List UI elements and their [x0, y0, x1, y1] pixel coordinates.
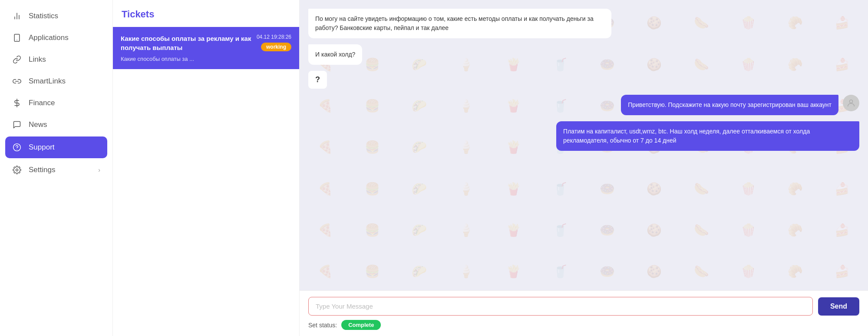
bar-chart-icon [12, 11, 22, 21]
chevron-right-icon: › [98, 166, 100, 173]
sidebar-item-support[interactable]: Support [5, 136, 107, 158]
dollar-icon [12, 98, 22, 108]
chat-input-row: Send [308, 297, 859, 316]
message-5: Платим на капиталист, usdt,wmz, btc. Наш… [308, 121, 859, 151]
sidebar-item-settings[interactable]: Settings › [0, 159, 112, 181]
ticket-title: Какие способы оплаты за рекламу и как по… [121, 34, 251, 52]
sidebar-item-news-label: News [29, 120, 47, 129]
message-4: Приветствую. Подскажите на какую почту з… [308, 95, 859, 115]
sidebar-item-finance-label: Finance [29, 99, 55, 107]
svg-point-10 [849, 100, 852, 103]
link-icon [12, 55, 22, 64]
chat-footer: Send Set status: Complete [300, 290, 868, 336]
sidebar-item-support-label: Support [29, 143, 55, 152]
help-circle-icon [12, 143, 22, 152]
sidebar-item-links[interactable]: Links [0, 49, 112, 70]
avatar [843, 95, 859, 111]
bubble-incoming: По могу на сайте увидеть информацию о то… [308, 9, 611, 38]
sidebar-item-applications-label: Applications [29, 33, 69, 42]
status-label: Set status: [308, 322, 337, 329]
message-square-icon [12, 120, 22, 130]
svg-rect-3 [14, 34, 20, 42]
sidebar-item-news[interactable]: News [0, 114, 112, 136]
ticket-status-badge: working [261, 43, 291, 51]
status-complete-badge[interactable]: Complete [341, 320, 381, 330]
ticket-preview: Какие способы оплаты за ... [121, 56, 291, 62]
sidebar: Statistics Applications Links SmartLinks… [0, 0, 113, 336]
status-row: Set status: Complete [308, 320, 859, 330]
ticket-card[interactable]: Какие способы оплаты за рекламу и как по… [113, 27, 299, 69]
sidebar-item-settings-label: Settings [29, 166, 55, 174]
sidebar-item-smartlinks[interactable]: SmartLinks [0, 70, 112, 92]
sidebar-item-links-label: Links [29, 55, 46, 64]
sidebar-item-applications[interactable]: Applications [0, 27, 112, 49]
send-button[interactable]: Send [818, 297, 859, 316]
ticket-card-header: Какие способы оплаты за рекламу и как по… [121, 34, 291, 52]
sidebar-item-finance[interactable]: Finance [0, 92, 112, 114]
tickets-panel: Tickets Какие способы оплаты за рекламу … [113, 0, 300, 336]
sidebar-item-statistics-label: Statistics [29, 12, 58, 20]
ticket-meta: 04.12 19:28:26 working [257, 34, 291, 51]
sidebar-item-smartlinks-label: SmartLinks [29, 77, 66, 86]
message-3: ? [308, 71, 859, 89]
main-content: Tickets Какие способы оплаты за рекламу … [113, 0, 868, 336]
bubble-outgoing-2: Платим на капиталист, usdt,wmz, btc. Наш… [556, 121, 859, 151]
chain-icon [12, 77, 22, 86]
message-input[interactable] [308, 297, 813, 316]
tablet-icon [12, 33, 22, 43]
bubble-outgoing-1: Приветствую. Подскажите на какую почту з… [621, 95, 838, 115]
bubble-question: ? [308, 71, 327, 89]
ticket-date: 04.12 19:28:26 [257, 34, 291, 40]
chat-messages: По могу на сайте увидеть информацию о то… [300, 0, 868, 290]
svg-point-7 [13, 144, 21, 151]
chat-panel: 🍕🍔🌮🍦🍟🥤🍩🍪🌭🍿🥐🍰🍕🍔🌮🍦🍟🥤🍩🍪🌭🍿🥐🍰🍕🍔🌮🍦🍟🥤🍩🍪🌭🍿🥐🍰🍕🍔🌮🍦… [300, 0, 868, 336]
svg-point-9 [16, 169, 18, 171]
sidebar-item-statistics[interactable]: Statistics [0, 5, 112, 27]
message-1: По могу на сайте увидеть информацию о то… [308, 9, 859, 38]
bubble-incoming-2: И какой холд? [308, 44, 362, 65]
settings-icon [12, 165, 22, 175]
message-2: И какой холд? [308, 44, 859, 65]
tickets-title: Tickets [113, 9, 299, 27]
